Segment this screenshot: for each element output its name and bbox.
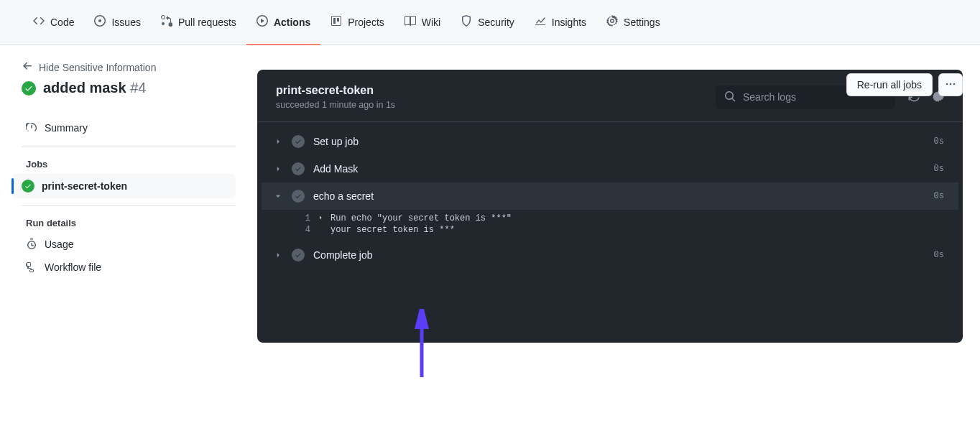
step-duration: 0s — [934, 250, 944, 260]
run-number: #4 — [130, 80, 146, 96]
rerun-all-jobs-button[interactable]: Re-run all jobs — [846, 73, 933, 96]
search-icon — [724, 91, 736, 104]
check-icon — [292, 135, 305, 148]
sidebar-job-item[interactable]: print-secret-token — [11, 174, 236, 198]
log-line[interactable]: 4 your secret token is *** — [262, 224, 958, 236]
step-duration: 0s — [934, 191, 944, 201]
log-line-number: 4 — [293, 225, 310, 235]
repo-tabnav: Code Issues Pull requests Actions Projec… — [0, 0, 980, 45]
tab-security[interactable]: Security — [450, 0, 524, 45]
run-sidebar: Hide Sensitive Information added mask #4… — [0, 45, 257, 371]
sidebar-item-label: Summary — [45, 122, 88, 134]
sidebar-section-jobs: Jobs — [22, 154, 236, 174]
check-circle-icon — [22, 81, 36, 96]
step-row[interactable]: Complete job 0s — [262, 241, 958, 269]
tab-label: Projects — [348, 17, 384, 28]
check-circle-icon — [22, 180, 34, 193]
meter-icon — [26, 122, 37, 134]
workflow-icon — [26, 261, 37, 273]
svg-point-3 — [953, 83, 956, 85]
kebab-menu-button[interactable] — [938, 73, 963, 96]
tab-insights[interactable]: Insights — [524, 0, 596, 45]
graph-icon — [535, 15, 546, 29]
tab-projects[interactable]: Projects — [320, 0, 394, 45]
log-line[interactable]: 1 Run echo "your secret token is ***" — [262, 213, 958, 224]
tab-label: Code — [50, 17, 74, 28]
tab-label: Wiki — [422, 17, 440, 28]
log-line-text: Run echo "your secret token is ***" — [330, 213, 958, 223]
tab-label: Settings — [624, 17, 660, 28]
play-icon — [256, 15, 268, 29]
tab-label: Pull requests — [178, 17, 236, 28]
step-row[interactable]: Add Mask 0s — [262, 155, 958, 182]
job-log-panel: print-secret-token succeeded 1 minute ag… — [257, 70, 963, 343]
tab-wiki[interactable]: Wiki — [394, 0, 450, 45]
svg-point-0 — [98, 19, 101, 22]
tab-label: Security — [478, 17, 514, 28]
log-line-text: your secret token is *** — [330, 225, 958, 235]
run-title: added mask #4 — [43, 80, 146, 96]
sidebar-item-usage[interactable]: Usage — [22, 233, 236, 256]
log-line-number: 1 — [293, 213, 310, 223]
step-duration: 0s — [934, 164, 944, 174]
stopwatch-icon — [26, 239, 37, 250]
caret-right-icon — [318, 213, 323, 219]
tab-code[interactable]: Code — [23, 0, 84, 45]
check-icon — [292, 162, 305, 175]
tab-label: Issues — [111, 17, 140, 28]
divider — [22, 147, 236, 147]
chevron-down-icon — [273, 193, 283, 200]
step-row[interactable]: echo a secret 0s — [262, 182, 958, 210]
tab-issues[interactable]: Issues — [84, 0, 150, 45]
chevron-right-icon — [273, 138, 283, 145]
pull-request-icon — [161, 15, 172, 29]
arrow-left-icon — [22, 60, 33, 74]
svg-point-1 — [946, 83, 948, 85]
divider — [22, 205, 236, 206]
run-header-actions: Re-run all jobs — [846, 73, 963, 96]
job-title: print-secret-token — [276, 84, 395, 97]
sidebar-item-workflow-file[interactable]: Workflow file — [22, 256, 236, 279]
sidebar-item-label: Workflow file — [45, 261, 101, 273]
step-name: Add Mask — [313, 163, 925, 175]
gear-icon — [606, 15, 618, 29]
issue-icon — [94, 15, 106, 29]
chevron-right-icon — [273, 165, 283, 172]
step-row[interactable]: Set up job 0s — [262, 128, 958, 155]
sidebar-item-label: Usage — [45, 239, 73, 250]
svg-point-2 — [950, 83, 952, 85]
step-name: echo a secret — [313, 190, 925, 202]
project-icon — [330, 15, 342, 29]
breadcrumb-back[interactable]: Hide Sensitive Information — [22, 60, 236, 74]
sidebar-item-summary[interactable]: Summary — [22, 116, 236, 139]
chevron-right-icon — [273, 251, 283, 259]
tab-label: Insights — [552, 17, 586, 28]
code-icon — [33, 15, 45, 29]
step-name: Complete job — [313, 249, 925, 261]
run-title-row: added mask #4 — [22, 80, 236, 96]
job-subtitle: succeeded 1 minute ago in 1s — [276, 100, 395, 110]
check-icon — [292, 190, 305, 203]
kebab-icon — [945, 78, 956, 92]
tab-label: Actions — [274, 17, 310, 28]
book-icon — [405, 15, 416, 29]
tab-actions[interactable]: Actions — [246, 0, 320, 45]
tab-settings[interactable]: Settings — [596, 0, 670, 45]
tab-pull-requests[interactable]: Pull requests — [151, 0, 246, 45]
step-log: 1 Run echo "your secret token is ***" 4 … — [262, 210, 958, 241]
step-name: Set up job — [313, 136, 925, 147]
sidebar-section-run-details: Run details — [22, 213, 236, 233]
shield-icon — [461, 15, 472, 29]
step-duration: 0s — [934, 136, 944, 147]
breadcrumb-label: Hide Sensitive Information — [39, 62, 156, 73]
check-icon — [292, 249, 305, 261]
sidebar-job-label: print-secret-token — [42, 180, 127, 192]
